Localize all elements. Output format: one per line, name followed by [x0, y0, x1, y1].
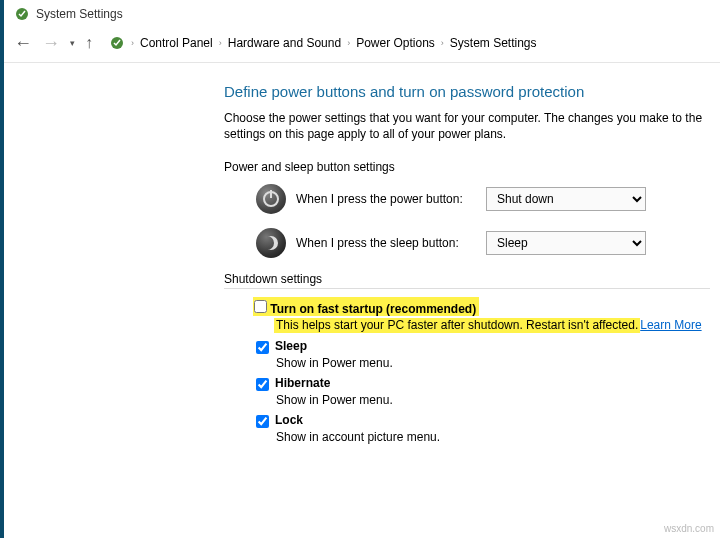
sleep-button-label: When I press the sleep button:	[296, 236, 476, 250]
main-window: System Settings ← → ▾ ↑ › Control Panel …	[4, 0, 720, 538]
hibernate-checkbox[interactable]	[256, 378, 269, 391]
breadcrumb: › Control Panel › Hardware and Sound › P…	[103, 32, 543, 54]
power-options-icon	[14, 6, 30, 22]
power-button-label: When I press the power button:	[296, 192, 476, 206]
power-button-row: When I press the power button: Shut down	[256, 184, 710, 214]
power-options-icon	[109, 35, 125, 51]
power-icon	[256, 184, 286, 214]
chevron-right-icon: ›	[441, 38, 444, 48]
page-heading: Define power buttons and turn on passwor…	[224, 83, 710, 100]
history-dropdown[interactable]: ▾	[70, 38, 75, 48]
page-description: Choose the power settings that you want …	[224, 110, 710, 142]
button-section-heading: Power and sleep button settings	[224, 160, 710, 174]
hibernate-label: Hibernate	[275, 376, 330, 390]
crumb-system-settings[interactable]: System Settings	[450, 36, 537, 50]
sleep-icon	[256, 228, 286, 258]
chevron-right-icon: ›	[347, 38, 350, 48]
sleep-row: Sleep	[256, 339, 710, 354]
fast-startup-checkbox[interactable]	[254, 300, 267, 313]
crumb-hardware-sound[interactable]: Hardware and Sound	[228, 36, 341, 50]
sleep-button-row: When I press the sleep button: Sleep	[256, 228, 710, 258]
lock-sub: Show in account picture menu.	[276, 430, 710, 444]
power-button-select[interactable]: Shut down	[486, 187, 646, 211]
fast-startup-sub: This helps start your PC faster after sh…	[276, 318, 710, 333]
fast-startup-label: Turn on fast startup (recommended)	[270, 302, 476, 316]
shutdown-heading: Shutdown settings	[224, 272, 710, 289]
watermark: wsxdn.com	[664, 523, 714, 534]
forward-button[interactable]: →	[42, 33, 60, 54]
crumb-power-options[interactable]: Power Options	[356, 36, 435, 50]
lock-label: Lock	[275, 413, 303, 427]
crumb-control-panel[interactable]: Control Panel	[140, 36, 213, 50]
sleep-sub: Show in Power menu.	[276, 356, 710, 370]
chevron-right-icon: ›	[219, 38, 222, 48]
shutdown-section: Shutdown settings Turn on fast startup (…	[224, 272, 710, 444]
lock-checkbox[interactable]	[256, 415, 269, 428]
nav-up-button[interactable]: ↑	[85, 34, 93, 52]
titlebar: System Settings	[4, 0, 720, 28]
learn-more-link[interactable]: Learn More	[640, 318, 701, 332]
sleep-label: Sleep	[275, 339, 307, 353]
back-button[interactable]: ←	[14, 33, 32, 54]
nav-bar: ← → ▾ ↑ › Control Panel › Hardware and S…	[4, 28, 720, 63]
lock-row: Lock	[256, 413, 710, 428]
content-area: Define power buttons and turn on passwor…	[4, 63, 720, 538]
window-title: System Settings	[36, 7, 123, 21]
sleep-button-select[interactable]: Sleep	[486, 231, 646, 255]
hibernate-row: Hibernate	[256, 376, 710, 391]
chevron-right-icon: ›	[131, 38, 134, 48]
hibernate-sub: Show in Power menu.	[276, 393, 710, 407]
fast-startup-row: Turn on fast startup (recommended)	[256, 297, 710, 316]
sleep-checkbox[interactable]	[256, 341, 269, 354]
